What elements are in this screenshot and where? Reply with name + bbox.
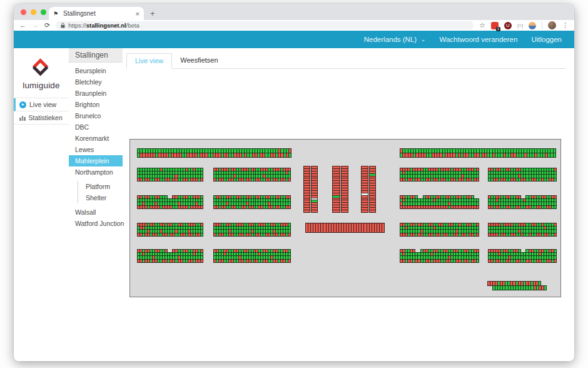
minimize-window-button[interactable] <box>31 9 36 15</box>
tab-live-view[interactable]: Live view <box>126 53 172 69</box>
rack-row <box>213 233 290 237</box>
parking-slot <box>544 285 547 290</box>
lumiguide-logo-icon <box>31 57 52 77</box>
parking-slot <box>288 178 291 182</box>
browser-tab[interactable]: ⚑ Stallingsnet × <box>49 7 144 20</box>
stalling-item-shelter[interactable]: Shelter <box>78 192 123 203</box>
forward-icon[interactable]: → <box>32 22 39 29</box>
sidebar-item-statistieken[interactable]: Statistieken <box>14 111 69 125</box>
extension-round-icon[interactable] <box>529 22 536 29</box>
change-password-link[interactable]: Wachtwoord veranderen <box>440 36 518 43</box>
rack-top-right <box>400 148 555 158</box>
rack-row <box>137 260 203 263</box>
rack-row <box>137 206 203 210</box>
parking-slot <box>303 210 310 213</box>
rack-fr2 <box>488 168 556 181</box>
window-controls <box>21 9 46 15</box>
stalling-item-mahlerplein[interactable]: Mahlerplein <box>69 155 123 166</box>
stalling-item-walsall[interactable]: Walsall <box>69 207 123 218</box>
stalling-item-bletchley[interactable]: Bletchley <box>69 76 123 88</box>
stalling-sublist: PlatformShelter <box>78 181 123 203</box>
stalling-item-watford-junction[interactable]: Watford Junction <box>69 218 123 229</box>
rack-row <box>137 153 291 158</box>
stalling-item-northampton[interactable]: Northampton <box>69 166 123 178</box>
rack-b2 <box>213 168 290 181</box>
rack-row <box>305 223 384 233</box>
stalling-item-brighton[interactable]: Brighton <box>69 99 123 110</box>
sidebar-item-live-view[interactable]: Live view <box>14 98 69 111</box>
parking-slot <box>476 233 479 237</box>
browser-menu-icon[interactable]: ⋮ <box>562 21 569 29</box>
parking-slot <box>200 178 203 182</box>
rack-row <box>488 178 556 182</box>
language-selector[interactable]: Nederlands (NL) ⌄ <box>364 36 426 43</box>
rack-row <box>488 233 556 237</box>
rack-b4 <box>213 223 290 237</box>
padlock-icon <box>61 23 65 28</box>
rack-top-left <box>137 148 291 158</box>
tab-title: Stallingsnet <box>63 10 132 17</box>
stalling-item-platform[interactable]: Platform <box>78 181 123 192</box>
rack-v2 <box>332 166 348 212</box>
logout-link[interactable]: Uitloggen <box>531 36 562 43</box>
back-icon[interactable]: ← <box>19 22 26 29</box>
language-label: Nederlands (NL) <box>364 36 417 43</box>
profile-avatar[interactable] <box>548 21 556 29</box>
stallingen-panel: Stallingen BeurspleinBletchleyBraunplein… <box>69 48 123 361</box>
address-bar[interactable]: https://stallingsnet.nl/beta <box>56 21 474 29</box>
stallingen-list: BeurspleinBletchleyBraunpleinBrightonBru… <box>69 63 123 229</box>
desktop: ⚑ Stallingsnet × + ← → ⟳ https://stallin… <box>0 0 588 368</box>
stalling-item-beursplein[interactable]: Beursplein <box>69 65 123 76</box>
rack-row <box>213 206 290 210</box>
extension-ublock-icon[interactable]: U <box>504 22 512 29</box>
rack-row <box>400 153 555 158</box>
extension-pin-icon[interactable]: 3 <box>491 22 499 29</box>
tab-weesfietsen[interactable]: Weesfietsen <box>172 53 226 69</box>
stalling-item-braunplein[interactable]: Braunplein <box>69 88 123 99</box>
rack-v1 <box>303 166 318 212</box>
rack-column <box>311 166 318 212</box>
rack-fr5 <box>488 249 556 263</box>
sidebar-item-label: Live view <box>29 101 56 108</box>
parking-slot <box>200 233 203 237</box>
tab-close-icon[interactable]: × <box>136 10 139 18</box>
rack-row <box>137 178 203 182</box>
parking-slot <box>311 210 318 213</box>
parking-slot <box>288 205 291 210</box>
reload-icon[interactable]: ⟳ <box>44 22 50 29</box>
stalling-item-lewes[interactable]: Lewes <box>69 144 123 155</box>
rack-b3 <box>213 195 290 209</box>
extension-bracket-icon[interactable]: [×] <box>517 22 523 29</box>
new-tab-button[interactable]: + <box>150 9 155 18</box>
rack-row <box>492 285 546 290</box>
rack-fr4 <box>488 223 556 237</box>
parking-slot <box>288 153 291 158</box>
browser-tabstrip: ⚑ Stallingsnet × + <box>14 4 574 20</box>
parking-slot <box>361 210 368 213</box>
rack-row <box>488 206 556 210</box>
rack-row <box>400 260 479 263</box>
close-window-button[interactable] <box>21 9 26 15</box>
stalling-item-dbc[interactable]: DBC <box>69 121 123 133</box>
parking-slot <box>476 259 479 263</box>
stalling-item-brunelco[interactable]: Brunelco <box>69 110 123 121</box>
rack-v3 <box>361 166 376 212</box>
stalling-item-korenmarkt[interactable]: Korenmarkt <box>69 133 123 144</box>
rack-fr3 <box>488 195 556 209</box>
bookmark-star-icon[interactable]: ☆ <box>479 21 485 29</box>
rack-rm5 <box>400 249 479 263</box>
maximize-window-button[interactable] <box>41 9 46 15</box>
browser-window: ⚑ Stallingsnet × + ← → ⟳ https://stallin… <box>14 4 574 361</box>
rack-rm2 <box>400 168 479 181</box>
rack-a5 <box>137 249 203 263</box>
parking-slot <box>476 205 479 210</box>
parking-slot <box>288 259 291 263</box>
parking-slot <box>554 259 557 263</box>
parking-slot <box>476 178 479 182</box>
main-panel: Live viewWeesfietsen <box>123 48 574 361</box>
app-content: lumiguide Live viewStatistieken Stalling… <box>14 48 574 361</box>
parking-diagram <box>129 139 561 297</box>
rack-rm4 <box>400 223 479 237</box>
parking-slot <box>369 210 377 213</box>
rack-a4 <box>137 223 203 237</box>
